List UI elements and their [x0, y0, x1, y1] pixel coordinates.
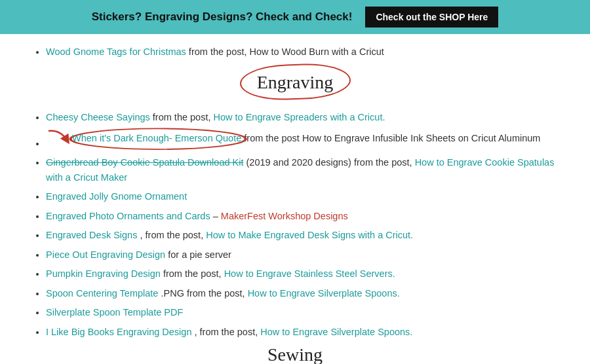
engraving-list: Cheesy Cheese Sayings from the post, How…: [26, 110, 564, 339]
sewing-section-heading-wrap: Sewing: [26, 344, 564, 364]
cheesy-cheese-link[interactable]: Cheesy Cheese Sayings: [46, 112, 150, 122]
emerson-quote-link[interactable]: When it's Dark Enough- Emerson Quote,: [72, 133, 244, 143]
engraving-section-heading-wrap: Engraving: [26, 64, 564, 103]
wood-gnome-link[interactable]: Wood Gnome Tags for Christmas: [46, 46, 186, 57]
engraving-heading: Engraving: [243, 71, 348, 94]
list-item: Pumpkin Engraving Design from the post, …: [46, 266, 564, 281]
gingerbread-link[interactable]: Gingerbread Boy Cookie Spatula Download …: [46, 157, 243, 168]
makerfest-link[interactable]: MakerFest Workshop Designs: [221, 211, 348, 221]
list-item: Cheesy Cheese Sayings from the post, How…: [46, 110, 564, 124]
main-content: Wood Gnome Tags for Christmas from the p…: [0, 34, 590, 364]
list-item: Spoon Centering Template .PNG from the p…: [46, 286, 564, 300]
stainless-servers-link[interactable]: How to Engrave Stainless Steel Servers.: [224, 268, 395, 279]
red-arrow-icon: [46, 128, 71, 147]
list-item-suffix: from the post, How to Wood Burn with a C…: [189, 46, 384, 57]
list-item: Wood Gnome Tags for Christmas from the p…: [46, 45, 564, 59]
top-list: Wood Gnome Tags for Christmas from the p…: [26, 45, 564, 59]
list-item-circled: When it's Dark Enough- Emerson Quote, fr…: [46, 130, 564, 151]
silverplate-spoons-link2[interactable]: How to Engrave Silverplate Spoons.: [260, 327, 412, 337]
engrave-spreaders-link[interactable]: How to Engrave Spreaders with a Cricut.: [214, 112, 385, 122]
list-item: I Like Big Books Engraving Design , from…: [46, 325, 564, 339]
silverplate-spoons-link1[interactable]: How to Engrave Silverplate Spoons.: [248, 288, 400, 299]
silverplate-pdf-link[interactable]: Silverplate Spoon Template PDF: [46, 307, 183, 318]
big-books-link[interactable]: I Like Big Books Engraving Design: [46, 327, 191, 337]
header-tagline: Stickers? Engraving Designs? Check and C…: [92, 10, 353, 24]
list-item: Piece Out Engraving Design for a pie ser…: [46, 247, 564, 262]
photo-ornaments-link[interactable]: Engraved Photo Ornaments and Cards: [46, 211, 210, 221]
make-desk-signs-link[interactable]: How to Make Engraved Desk Signs with a C…: [206, 230, 413, 240]
spoon-template-link[interactable]: Spoon Centering Template: [46, 288, 158, 299]
jolly-gnome-link[interactable]: Engraved Jolly Gnome Ornament: [46, 191, 187, 202]
list-item: Gingerbread Boy Cookie Spatula Download …: [46, 155, 564, 185]
list-item: Silverplate Spoon Template PDF: [46, 305, 564, 319]
shop-button[interactable]: Check out the SHOP Here: [365, 7, 498, 27]
desk-signs-link[interactable]: Engraved Desk Signs: [46, 230, 137, 240]
pumpkin-engraving-link[interactable]: Pumpkin Engraving Design: [46, 268, 161, 279]
list-item: Engraved Photo Ornaments and Cards – Mak…: [46, 209, 564, 223]
header-banner: Stickers? Engraving Designs? Check and C…: [0, 0, 590, 34]
sewing-heading: Sewing: [267, 344, 323, 364]
list-item: Engraved Desk Signs , from the post, How…: [46, 228, 564, 242]
piece-out-link[interactable]: Piece Out Engraving Design: [46, 249, 165, 260]
list-item: Engraved Jolly Gnome Ornament: [46, 189, 564, 204]
